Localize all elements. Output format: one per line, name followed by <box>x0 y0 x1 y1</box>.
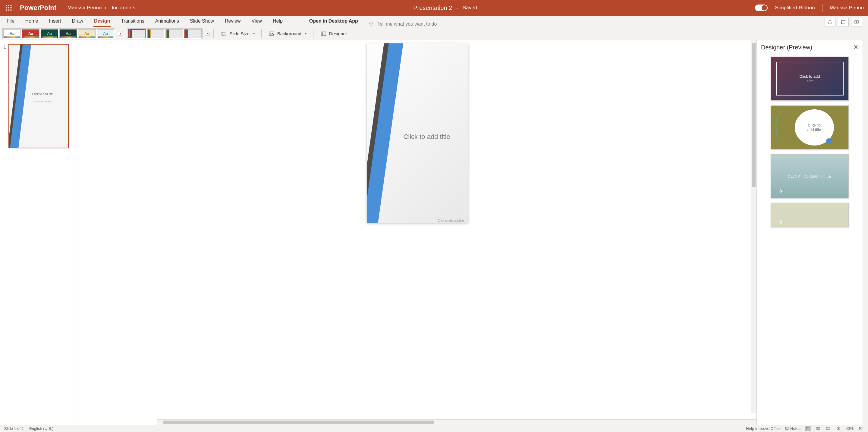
design-suggestion-1[interactable]: Click to add title <box>771 57 849 101</box>
normal-view-button[interactable] <box>805 426 811 431</box>
help-improve-link[interactable]: Help Improve Office <box>746 426 781 431</box>
slideshow-view-button[interactable] <box>835 426 841 431</box>
slide-canvas-area: Click to add title Click to add subtitle <box>79 40 756 425</box>
themes-more-button[interactable]: ▾ <box>118 32 122 36</box>
variant-thumb-3[interactable] <box>165 29 183 38</box>
svg-rect-21 <box>827 427 830 429</box>
tab-transitions[interactable]: Transitions <box>120 16 145 27</box>
paper-plane-icon: ✈ <box>778 188 784 195</box>
reading-view-button[interactable] <box>825 426 831 431</box>
slide-size-label: Slide Size <box>229 31 250 36</box>
chevron-right-icon: › <box>104 5 106 11</box>
chevron-down-icon: ▾ <box>305 32 307 35</box>
background-button[interactable]: Background ▾ <box>265 29 310 38</box>
tab-file[interactable]: File <box>6 16 15 27</box>
design-suggestion-4[interactable]: ✈ <box>771 203 849 227</box>
tab-insert[interactable]: Insert <box>48 16 61 27</box>
subtitle-placeholder[interactable]: Click to add subtitle <box>438 219 464 222</box>
zoom-level[interactable]: 43% <box>846 426 854 431</box>
tab-home[interactable]: Home <box>25 16 39 27</box>
svg-rect-18 <box>818 427 819 428</box>
canvas-horizontal-scrollbar[interactable] <box>157 419 756 425</box>
slide-size-icon <box>220 30 227 37</box>
designer-button[interactable]: Designer <box>317 29 350 38</box>
card-title-line2: title <box>800 79 820 83</box>
thumbnail-row: 1 Click to add title Click to add subtit… <box>4 44 74 148</box>
breadcrumb-user[interactable]: Marissa Perino <box>67 5 101 11</box>
variant-thumb-1[interactable] <box>128 29 146 38</box>
theme-thumb-6[interactable]: Aa <box>97 29 114 38</box>
themes-gallery: Aa Aa Aa Aa Aa Aa <box>2 28 115 39</box>
action-buttons <box>825 18 862 27</box>
notes-button[interactable]: Notes <box>785 426 801 431</box>
comments-button[interactable] <box>838 18 849 27</box>
background-label: Background <box>277 31 301 36</box>
search-input[interactable] <box>377 22 456 27</box>
theme-thumb-4[interactable]: Aa <box>59 29 77 38</box>
background-icon <box>268 30 275 37</box>
svg-rect-20 <box>818 429 819 430</box>
open-in-desktop-button[interactable]: Open in Desktop App <box>309 16 359 27</box>
thumb-subtitle-placeholder: Click to add subtitle <box>33 100 52 102</box>
variant-thumb-2[interactable] <box>147 29 164 38</box>
save-status: Saved <box>463 5 477 11</box>
slide-thumbnail-1[interactable]: Click to add title Click to add subtitle <box>8 44 69 148</box>
notes-label: Notes <box>790 426 801 431</box>
designer-preview-pane: Designer (Preview) ✕ Click to add title … <box>756 40 863 425</box>
tab-help[interactable]: Help <box>272 16 283 27</box>
thumbnail-number: 1 <box>4 44 6 148</box>
account-name[interactable]: Marissa Perino <box>830 5 864 11</box>
fit-to-window-button[interactable] <box>858 426 864 431</box>
slide-size-button[interactable]: Slide Size ▾ <box>217 29 258 38</box>
theme-thumb-2[interactable]: Aa <box>22 29 39 38</box>
tab-animations[interactable]: Animations <box>155 16 180 27</box>
separator <box>261 29 261 38</box>
main-area: 1 Click to add title Click to add subtit… <box>0 40 868 425</box>
title-placeholder[interactable]: Click to add title <box>403 133 450 141</box>
separator <box>822 4 823 12</box>
theme-thumb-5[interactable]: Aa <box>78 29 96 38</box>
design-suggestion-2[interactable]: Click to add title <box>771 105 849 149</box>
card-title-line1: Click to <box>808 123 821 127</box>
breadcrumb-location[interactable]: Documents <box>110 5 135 11</box>
theme-thumb-1[interactable]: Aa <box>3 29 21 38</box>
app-launcher-icon[interactable] <box>4 3 13 12</box>
tab-design[interactable]: Design <box>93 16 111 27</box>
slide-sorter-view-button[interactable] <box>815 426 821 431</box>
title-center: Presentation 2 - Saved <box>141 4 749 11</box>
close-icon[interactable]: ✕ <box>853 43 858 51</box>
design-suggestion-3[interactable]: CLICK TO ADD TITLE ✈ <box>771 154 849 198</box>
tab-draw[interactable]: Draw <box>71 16 84 27</box>
title-right: Simplified Ribbon Marissa Perino <box>755 4 864 12</box>
slide-canvas[interactable]: Click to add title Click to add subtitle <box>367 43 468 223</box>
designer-label: Designer <box>329 31 347 36</box>
variants-gallery <box>127 28 203 39</box>
ribbon-design: Aa Aa Aa Aa Aa Aa ▾ ▾ Slide Size ▾ Backg… <box>0 27 868 40</box>
tab-view[interactable]: View <box>251 16 262 27</box>
chevron-down-icon: ▾ <box>253 32 255 35</box>
svg-rect-0 <box>6 5 7 6</box>
breadcrumb: Marissa Perino › Documents <box>67 5 135 11</box>
variant-thumb-4[interactable] <box>184 29 202 38</box>
lightbulb-icon <box>368 22 374 27</box>
present-button[interactable] <box>851 18 862 27</box>
separator <box>313 29 313 38</box>
variants-more-button[interactable]: ▾ <box>205 32 210 36</box>
file-name[interactable]: Presentation 2 <box>413 4 452 11</box>
share-button[interactable] <box>825 18 835 27</box>
language-status[interactable]: English (U.S.) <box>29 426 53 431</box>
slide-counter: Slide 1 of 1 <box>4 426 24 431</box>
designer-pane-title: Designer (Preview) <box>761 44 812 51</box>
notes-icon <box>785 427 789 431</box>
theme-thumb-3[interactable]: Aa <box>41 29 58 38</box>
svg-rect-4 <box>8 7 9 8</box>
designer-pane-scrollbar[interactable] <box>863 40 868 425</box>
designer-suggestions-list: Click to add title Click to add title CL… <box>757 54 863 425</box>
tell-me-search <box>368 22 815 27</box>
tab-slideshow[interactable]: Slide Show <box>189 16 215 27</box>
tab-review[interactable]: Review <box>224 16 241 27</box>
ribbon-tabs: File Home Insert Draw Design Transitions… <box>0 16 868 27</box>
canvas-vertical-scrollbar[interactable] <box>751 40 756 413</box>
simplified-ribbon-toggle[interactable] <box>755 4 768 11</box>
status-bar: Slide 1 of 1 English (U.S.) Help Improve… <box>0 425 868 432</box>
